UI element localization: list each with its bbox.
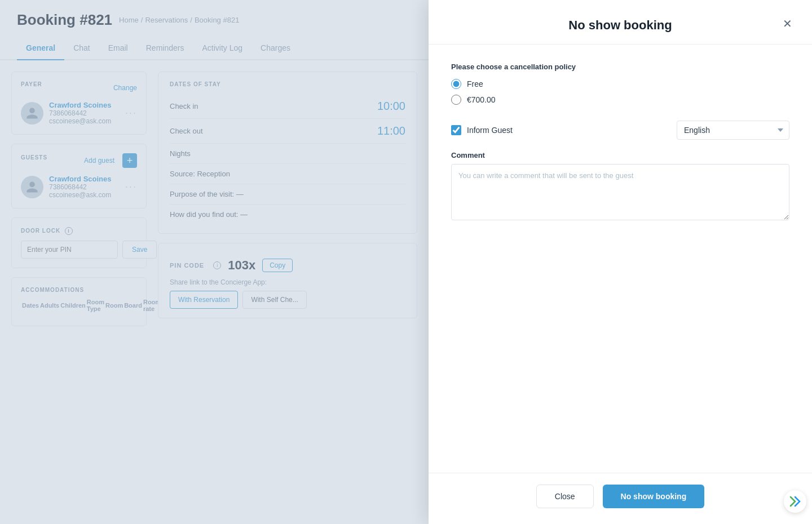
policy-free-option: Free xyxy=(451,79,789,89)
modal-overlay: No show booking ✕ Please choose a cancel… xyxy=(0,0,812,524)
inform-guest-row: Inform Guest English French German Spani… xyxy=(451,121,789,140)
logo-mark xyxy=(784,490,806,513)
policy-section: Please choose a cancellation policy Free… xyxy=(451,63,789,105)
language-select[interactable]: English French German Spanish xyxy=(677,121,789,140)
comment-label: Comment xyxy=(451,151,789,159)
comment-section: Comment xyxy=(451,151,789,223)
no-show-modal: No show booking ✕ Please choose a cancel… xyxy=(429,0,812,524)
comment-textarea[interactable] xyxy=(451,164,789,220)
policy-paid-label: €700.00 xyxy=(467,95,496,104)
modal-footer: Close No show booking xyxy=(429,473,812,524)
modal-header: No show booking ✕ xyxy=(429,0,812,45)
policy-title: Please choose a cancellation policy xyxy=(451,63,789,71)
policy-free-radio[interactable] xyxy=(451,79,461,89)
close-modal-button[interactable]: Close xyxy=(536,485,594,508)
inform-guest-checkbox[interactable] xyxy=(451,125,461,135)
no-show-booking-button[interactable]: No show booking xyxy=(603,485,705,508)
policy-free-label: Free xyxy=(467,79,483,88)
policy-paid-option: €700.00 xyxy=(451,95,789,105)
inform-guest-label: Inform Guest xyxy=(467,126,513,135)
modal-body: Please choose a cancellation policy Free… xyxy=(429,45,812,473)
modal-title: No show booking xyxy=(568,18,672,33)
modal-close-button[interactable]: ✕ xyxy=(779,16,795,32)
policy-paid-radio[interactable] xyxy=(451,95,461,105)
